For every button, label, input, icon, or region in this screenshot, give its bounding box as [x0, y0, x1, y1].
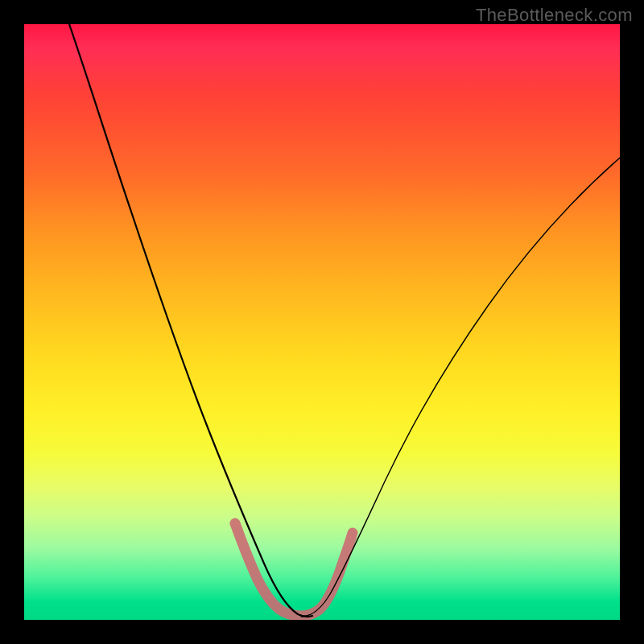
chart-plot-area [24, 24, 620, 620]
watermark-label: TheBottleneck.com [476, 5, 633, 26]
bottleneck-curve-left [69, 24, 312, 617]
curve-svg [24, 24, 620, 620]
chart-root: TheBottleneck.com [0, 0, 644, 644]
